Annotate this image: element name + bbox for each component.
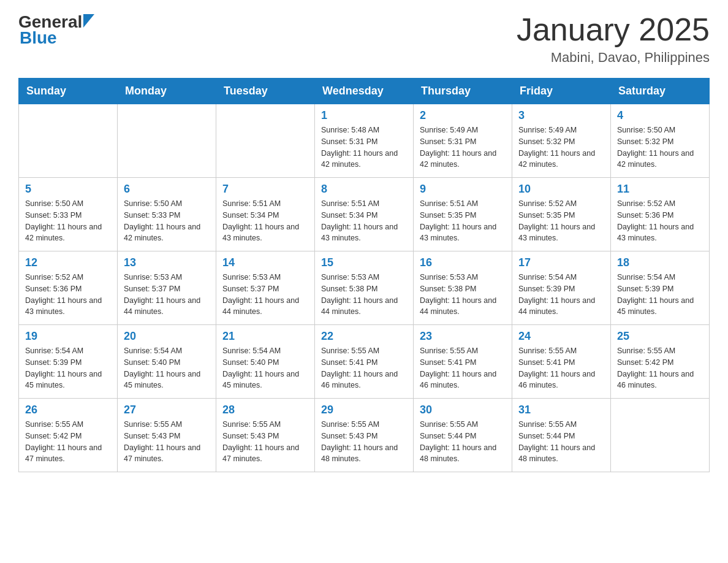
day-number: 6 [124, 183, 210, 196]
title-section: January 2025 Mabini, Davao, Philippines [517, 12, 710, 66]
day-number: 11 [617, 183, 703, 196]
calendar-cell: 13Sunrise: 5:53 AMSunset: 5:37 PMDayligh… [118, 251, 216, 325]
day-number: 26 [25, 404, 111, 416]
day-info: Sunrise: 5:52 AMSunset: 5:35 PMDaylight:… [518, 198, 604, 244]
day-number: 7 [222, 183, 308, 196]
logo-triangle-icon [83, 14, 94, 28]
calendar-cell [19, 104, 118, 178]
calendar-cell: 21Sunrise: 5:54 AMSunset: 5:40 PMDayligh… [216, 325, 315, 399]
calendar-cell: 3Sunrise: 5:49 AMSunset: 5:32 PMDaylight… [512, 104, 611, 178]
week-row-4: 19Sunrise: 5:54 AMSunset: 5:39 PMDayligh… [19, 325, 710, 399]
day-info: Sunrise: 5:55 AMSunset: 5:41 PMDaylight:… [420, 345, 506, 391]
day-info: Sunrise: 5:50 AMSunset: 5:33 PMDaylight:… [124, 198, 210, 244]
day-info: Sunrise: 5:52 AMSunset: 5:36 PMDaylight:… [617, 198, 703, 244]
calendar-cell: 26Sunrise: 5:55 AMSunset: 5:42 PMDayligh… [19, 399, 118, 472]
calendar-cell: 29Sunrise: 5:55 AMSunset: 5:43 PMDayligh… [315, 399, 414, 472]
calendar-cell: 31Sunrise: 5:55 AMSunset: 5:44 PMDayligh… [512, 399, 611, 472]
calendar-table: SundayMondayTuesdayWednesdayThursdayFrid… [18, 78, 710, 472]
day-info: Sunrise: 5:54 AMSunset: 5:40 PMDaylight:… [124, 345, 210, 391]
calendar-cell: 10Sunrise: 5:52 AMSunset: 5:35 PMDayligh… [512, 178, 611, 251]
day-info: Sunrise: 5:51 AMSunset: 5:34 PMDaylight:… [222, 198, 308, 244]
calendar-cell [611, 399, 710, 472]
day-info: Sunrise: 5:54 AMSunset: 5:40 PMDaylight:… [222, 345, 308, 391]
day-number: 3 [518, 109, 604, 122]
day-number: 29 [321, 404, 407, 416]
calendar-cell: 11Sunrise: 5:52 AMSunset: 5:36 PMDayligh… [611, 178, 710, 251]
day-number: 25 [617, 330, 703, 343]
day-info: Sunrise: 5:54 AMSunset: 5:39 PMDaylight:… [518, 272, 604, 318]
day-info: Sunrise: 5:48 AMSunset: 5:31 PMDaylight:… [321, 124, 407, 170]
month-year-title: January 2025 [517, 12, 710, 47]
day-number: 15 [321, 256, 407, 269]
day-number: 24 [518, 330, 604, 343]
calendar-cell: 17Sunrise: 5:54 AMSunset: 5:39 PMDayligh… [512, 251, 611, 325]
day-info: Sunrise: 5:50 AMSunset: 5:33 PMDaylight:… [25, 198, 111, 244]
day-number: 27 [124, 404, 210, 416]
day-number: 13 [124, 256, 210, 269]
svg-marker-0 [83, 14, 94, 28]
calendar-cell: 16Sunrise: 5:53 AMSunset: 5:38 PMDayligh… [414, 251, 512, 325]
day-number: 31 [518, 404, 604, 416]
day-number: 4 [617, 109, 703, 122]
day-number: 19 [25, 330, 111, 343]
day-info: Sunrise: 5:54 AMSunset: 5:39 PMDaylight:… [25, 345, 111, 391]
day-info: Sunrise: 5:53 AMSunset: 5:37 PMDaylight:… [222, 272, 308, 318]
day-number: 10 [518, 183, 604, 196]
day-number: 1 [321, 109, 407, 122]
calendar-cell: 24Sunrise: 5:55 AMSunset: 5:41 PMDayligh… [512, 325, 611, 399]
day-info: Sunrise: 5:51 AMSunset: 5:35 PMDaylight:… [420, 198, 506, 244]
calendar-cell: 5Sunrise: 5:50 AMSunset: 5:33 PMDaylight… [19, 178, 118, 251]
calendar-cell: 27Sunrise: 5:55 AMSunset: 5:43 PMDayligh… [118, 399, 216, 472]
day-number: 12 [25, 256, 111, 269]
calendar-cell: 28Sunrise: 5:55 AMSunset: 5:43 PMDayligh… [216, 399, 315, 472]
calendar-cell: 19Sunrise: 5:54 AMSunset: 5:39 PMDayligh… [19, 325, 118, 399]
page-header: General Blue January 2025 Mabini, Davao,… [18, 12, 710, 66]
calendar-cell: 9Sunrise: 5:51 AMSunset: 5:35 PMDaylight… [414, 178, 512, 251]
day-info: Sunrise: 5:51 AMSunset: 5:34 PMDaylight:… [321, 198, 407, 244]
day-number: 17 [518, 256, 604, 269]
header-thursday: Thursday [414, 79, 512, 104]
day-info: Sunrise: 5:49 AMSunset: 5:32 PMDaylight:… [518, 124, 604, 170]
calendar-cell [118, 104, 216, 178]
day-number: 28 [222, 404, 308, 416]
calendar-cell: 30Sunrise: 5:55 AMSunset: 5:44 PMDayligh… [414, 399, 512, 472]
logo-blue-text: Blue [20, 28, 94, 48]
week-row-1: 1Sunrise: 5:48 AMSunset: 5:31 PMDaylight… [19, 104, 710, 178]
day-info: Sunrise: 5:55 AMSunset: 5:43 PMDaylight:… [321, 419, 407, 465]
day-info: Sunrise: 5:55 AMSunset: 5:44 PMDaylight:… [420, 419, 506, 465]
calendar-cell: 23Sunrise: 5:55 AMSunset: 5:41 PMDayligh… [414, 325, 512, 399]
header-monday: Monday [118, 79, 216, 104]
day-number: 2 [420, 109, 506, 122]
day-info: Sunrise: 5:53 AMSunset: 5:38 PMDaylight:… [321, 272, 407, 318]
calendar-cell: 22Sunrise: 5:55 AMSunset: 5:41 PMDayligh… [315, 325, 414, 399]
day-info: Sunrise: 5:55 AMSunset: 5:43 PMDaylight:… [124, 419, 210, 465]
day-info: Sunrise: 5:55 AMSunset: 5:42 PMDaylight:… [617, 345, 703, 391]
day-number: 23 [420, 330, 506, 343]
day-number: 5 [25, 183, 111, 196]
day-number: 18 [617, 256, 703, 269]
day-number: 16 [420, 256, 506, 269]
day-info: Sunrise: 5:55 AMSunset: 5:43 PMDaylight:… [222, 419, 308, 465]
day-number: 20 [124, 330, 210, 343]
calendar-cell: 1Sunrise: 5:48 AMSunset: 5:31 PMDaylight… [315, 104, 414, 178]
calendar-cell: 12Sunrise: 5:52 AMSunset: 5:36 PMDayligh… [19, 251, 118, 325]
calendar-cell: 2Sunrise: 5:49 AMSunset: 5:31 PMDaylight… [414, 104, 512, 178]
day-info: Sunrise: 5:53 AMSunset: 5:38 PMDaylight:… [420, 272, 506, 318]
calendar-cell: 7Sunrise: 5:51 AMSunset: 5:34 PMDaylight… [216, 178, 315, 251]
calendar-cell: 4Sunrise: 5:50 AMSunset: 5:32 PMDaylight… [611, 104, 710, 178]
location-subtitle: Mabini, Davao, Philippines [517, 50, 710, 66]
header-sunday: Sunday [19, 79, 118, 104]
calendar-cell: 18Sunrise: 5:54 AMSunset: 5:39 PMDayligh… [611, 251, 710, 325]
calendar-cell: 25Sunrise: 5:55 AMSunset: 5:42 PMDayligh… [611, 325, 710, 399]
day-info: Sunrise: 5:50 AMSunset: 5:32 PMDaylight:… [617, 124, 703, 170]
calendar-cell [216, 104, 315, 178]
day-number: 8 [321, 183, 407, 196]
day-info: Sunrise: 5:55 AMSunset: 5:42 PMDaylight:… [25, 419, 111, 465]
calendar-cell: 15Sunrise: 5:53 AMSunset: 5:38 PMDayligh… [315, 251, 414, 325]
day-number: 9 [420, 183, 506, 196]
week-row-3: 12Sunrise: 5:52 AMSunset: 5:36 PMDayligh… [19, 251, 710, 325]
day-info: Sunrise: 5:52 AMSunset: 5:36 PMDaylight:… [25, 272, 111, 318]
day-number: 21 [222, 330, 308, 343]
week-row-2: 5Sunrise: 5:50 AMSunset: 5:33 PMDaylight… [19, 178, 710, 251]
day-info: Sunrise: 5:54 AMSunset: 5:39 PMDaylight:… [617, 272, 703, 318]
